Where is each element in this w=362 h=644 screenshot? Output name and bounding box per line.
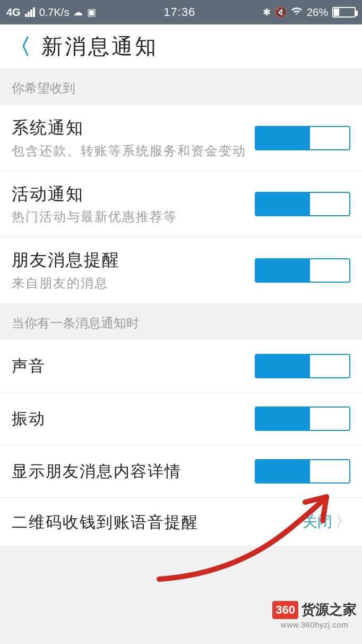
watermark: 360 货源之家 www.360hyzj.com [272, 600, 357, 629]
row-title: 显示朋友消息内容详情 [12, 461, 255, 481]
toggle-system-notice[interactable] [255, 126, 350, 150]
watermark-badge: 360 [272, 601, 298, 619]
row-subtitle: 来自朋友的消息 [12, 275, 255, 292]
row-title: 二维码收钱到账语音提醒 [12, 512, 303, 532]
app-icon: ▣ [87, 6, 96, 18]
page-title: 新消息通知 [41, 32, 158, 61]
mute-icon: 🔇 [275, 6, 287, 18]
page-header: 〈 新消息通知 [0, 24, 362, 69]
signal-bars-icon [25, 7, 35, 17]
watermark-url: www.360hyzj.com [281, 620, 349, 629]
network-speed: 0.7K/s [39, 6, 70, 19]
row-activity-notice[interactable]: 活动通知 热门活动与最新优惠推荐等 [0, 172, 362, 238]
row-title: 系统通知 [12, 117, 255, 139]
cloud-icon: ☁ [73, 6, 83, 18]
toggle-show-detail[interactable] [255, 459, 350, 484]
bluetooth-icon: ✱ [263, 6, 271, 18]
chevron-right-icon: 〉 [335, 512, 350, 532]
battery-percent: 26% [307, 6, 328, 19]
section-header-receive: 你希望收到 [0, 69, 362, 105]
row-show-detail[interactable]: 显示朋友消息内容详情 [0, 445, 362, 498]
section-header-when-msg: 当你有一条消息通知时 [0, 304, 362, 340]
status-left: 4G 0.7K/s ☁ ▣ [6, 6, 96, 19]
row-subtitle: 热门活动与最新优惠推荐等 [12, 208, 255, 225]
battery-fill [334, 9, 339, 16]
row-system-notice[interactable]: 系统通知 包含还款、转账等系统服务和资金变动 [0, 105, 362, 172]
toggle-friend-alert[interactable] [255, 258, 350, 283]
toggle-activity-notice[interactable] [255, 192, 350, 216]
wifi-icon [291, 6, 303, 19]
row-vibrate[interactable]: 振动 [0, 393, 362, 445]
network-type: 4G [6, 6, 21, 19]
toggle-vibrate[interactable] [255, 406, 350, 431]
row-friend-alert[interactable]: 朋友消息提醒 来自朋友的消息 [0, 238, 362, 304]
row-value: 关闭 [303, 512, 332, 532]
row-subtitle: 包含还款、转账等系统服务和资金变动 [12, 142, 255, 159]
toggle-sound[interactable] [255, 354, 350, 378]
watermark-text: 货源之家 [301, 600, 357, 619]
status-right: ✱ 🔇 26% [263, 6, 356, 19]
back-button[interactable]: 〈 [10, 32, 31, 61]
status-bar: 4G 0.7K/s ☁ ▣ 17:36 ✱ 🔇 26% [0, 0, 362, 24]
battery-icon [332, 7, 356, 18]
row-title: 振动 [12, 408, 255, 429]
status-time: 17:36 [96, 5, 263, 19]
row-title: 声音 [12, 355, 255, 376]
row-qr-voice[interactable]: 二维码收钱到账语音提醒 关闭 〉 [0, 498, 362, 547]
row-title: 朋友消息提醒 [12, 249, 255, 272]
row-sound[interactable]: 声音 [0, 340, 362, 393]
row-title: 活动通知 [12, 183, 255, 206]
